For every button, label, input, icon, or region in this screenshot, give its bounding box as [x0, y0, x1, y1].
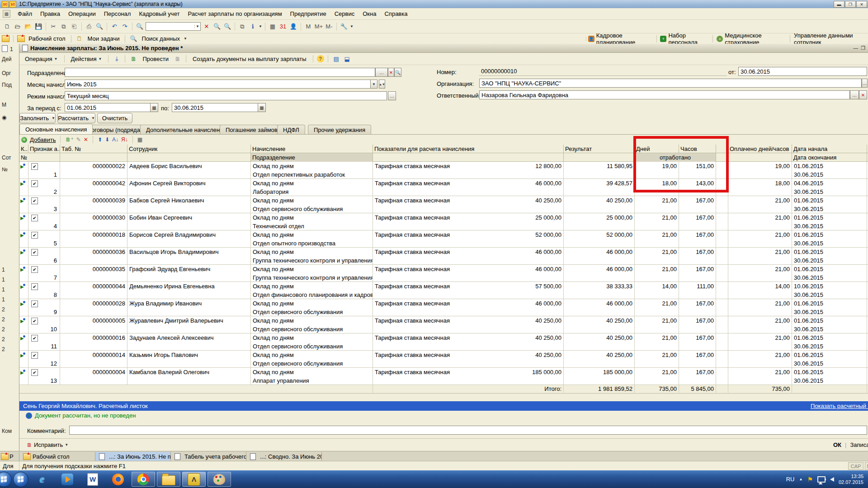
mode-field[interactable]: Текущий месяц [65, 91, 387, 100]
responsible-select-button[interactable]: … [850, 90, 859, 99]
row-checkbox[interactable]: ✔ [31, 266, 38, 273]
table-row[interactable]: ▶✔20000000042Афонин Сергей ВикторовичОкл… [19, 179, 868, 196]
header-date-end[interactable]: Дата окончания [792, 153, 867, 162]
comment-field[interactable] [69, 426, 867, 435]
taskbar-1c-icon[interactable]: Λ [182, 472, 206, 487]
undo-icon[interactable]: ↶ [110, 22, 119, 31]
my-tasks-item[interactable]: Мои задачи [86, 35, 122, 42]
move-up-icon[interactable]: ⬆ [98, 136, 102, 143]
tab-main-accruals[interactable]: Основные начисления [19, 124, 93, 134]
mode-select-button[interactable]: … [388, 91, 396, 100]
help-icon[interactable]: ? [317, 55, 324, 62]
open-file-icon[interactable]: 📂 [24, 22, 33, 31]
fix-button[interactable]: 🗎 Исправить▼ [24, 441, 71, 449]
fill-button[interactable]: Заполнить▼ [19, 113, 56, 123]
department-select-button[interactable]: … [375, 68, 388, 77]
search-input[interactable]: ▼ [146, 22, 201, 31]
window-tab-desktop[interactable]: Рабочий стол [19, 452, 95, 461]
menu-item[interactable]: Расчет зарплаты по организациям [184, 9, 285, 19]
action-center-flag-icon[interactable]: ⚑ [807, 476, 813, 483]
volume-icon[interactable] [830, 477, 834, 482]
row-checkbox[interactable]: ✔ [31, 163, 38, 170]
window-tab-timesheet[interactable]: Табель учета рабочего вре... [171, 452, 246, 461]
header-flag[interactable]: Признак а... [28, 145, 60, 153]
organization-field[interactable]: ЗАО "НПЦ "НАУКА-СЕРВИС" [479, 79, 862, 88]
redo-icon[interactable]: ↷ [120, 22, 129, 31]
close-button[interactable]: ✕ [856, 1, 867, 8]
doc-restore-icon[interactable]: ❐ [861, 45, 865, 51]
from-date-field[interactable]: 30.06.2015 [738, 67, 867, 76]
copy-icon[interactable]: ⧉ [59, 22, 68, 31]
menu-item[interactable]: Операции [65, 9, 99, 19]
calculate-button[interactable]: Рассчитать▼ [57, 113, 95, 123]
header-marker[interactable]: К.. [19, 145, 28, 153]
table-row[interactable]: ▶✔100000000005Журавлевич Дмитрий Валерье… [19, 316, 868, 333]
taskbar-chrome-icon[interactable] [132, 472, 155, 487]
row-checkbox[interactable]: ✔ [31, 249, 38, 256]
maximize-button[interactable]: ❐ [845, 1, 856, 8]
tab-additional-accruals[interactable]: Дополнительные начисления [140, 125, 232, 134]
sort-asc-icon[interactable]: А↓ [112, 136, 118, 143]
row-checkbox[interactable]: ✔ [31, 352, 38, 359]
tab-loan-repayment[interactable]: Погашение займов [220, 125, 283, 134]
operation-menu-button[interactable]: Операция▼ [22, 55, 61, 63]
menu-item[interactable]: Файл [14, 9, 36, 19]
save-icon[interactable]: 💾 [34, 22, 43, 31]
memory-plus-button[interactable]: М+ [314, 22, 323, 31]
table-row[interactable]: ▶✔40000000030Бобин Иван СергеевичОклад п… [19, 213, 868, 230]
print-icon[interactable]: ⎙ [85, 22, 94, 31]
tab-other-deductions[interactable]: Прочие удержания [308, 125, 371, 134]
table-row[interactable]: ▶✔60000000036Васильцов Игорь Владимирови… [19, 248, 868, 265]
period-to-calendar-icon[interactable]: ▦ [258, 103, 266, 112]
zoom-in-icon[interactable]: 🔍 [212, 22, 222, 31]
department-clear-button[interactable]: ✕ [388, 68, 394, 77]
taskbar-mediaplayer-icon[interactable] [56, 472, 79, 487]
new-document-icon[interactable]: 🗋 [3, 22, 12, 31]
table-row[interactable]: ▶✔70000000035Графский Эдуард ЕвгеньевичО… [19, 265, 868, 282]
header-department[interactable]: Подразделение [251, 153, 373, 162]
number-field[interactable]: 00000000010 [479, 67, 727, 76]
list-settings-icon[interactable]: ▤ [332, 54, 341, 63]
cut-icon[interactable]: ✂ [49, 22, 58, 31]
month-field[interactable]: Июнь 2015 [65, 80, 377, 89]
header-employee[interactable]: Сотрудник [127, 145, 251, 153]
sort-desc-icon[interactable]: Я↓ [121, 136, 128, 143]
table-row[interactable]: ▶✔30000000039Бабков Сергей НиколаевичОкл… [19, 196, 868, 213]
calculator-icon[interactable]: ▦ [268, 22, 277, 31]
menu-item[interactable]: Предприятие [287, 9, 330, 19]
header-paid[interactable]: Оплачено дней/часов [728, 145, 792, 153]
document-titlebar[interactable]: Начисление зарплаты: За Июнь 2015. Не пр… [19, 44, 868, 53]
zoom-out-icon[interactable]: 🔍 [223, 22, 232, 31]
department-field[interactable] [65, 68, 375, 77]
settings-wrench-icon[interactable]: 🔧 [340, 22, 349, 31]
memory-button[interactable]: М [304, 22, 313, 31]
header-indicators[interactable]: Показатели для расчета начисления [373, 145, 564, 153]
table-row[interactable]: ▶✔80000000044Демьяненко Ирина Евгеньевна… [19, 282, 868, 299]
copy-row-icon[interactable]: 🗎⁺ [65, 136, 73, 143]
minimize-button[interactable]: ▬ [834, 1, 844, 8]
table-row[interactable]: ▶✔130000000004Камбалов Валерий ОлеговичО… [19, 368, 868, 385]
tab-ndfl[interactable]: НДФЛ [277, 125, 305, 134]
menu-item[interactable]: Кадровый учет [135, 9, 183, 19]
header-date-start[interactable]: Дата начала [792, 145, 867, 153]
clear-button[interactable]: Очистить [97, 113, 132, 123]
copy-buffer-icon[interactable]: ⧉ [238, 22, 247, 31]
row-checkbox[interactable]: ✔ [31, 369, 38, 376]
window-tab-summary[interactable]: ...: Сводно. За Июнь 2015. ... [246, 452, 322, 461]
move-down-icon[interactable]: ⬇ [105, 136, 109, 143]
payslip-selected-row[interactable]: Сень Георгий Михайлович. Расчетный листо… [19, 401, 868, 411]
open-document-icon[interactable]: 🗁 [13, 22, 22, 31]
responsible-clear-button[interactable]: ✕ [859, 90, 867, 99]
language-indicator[interactable]: RU [786, 476, 795, 483]
actions-menu-button[interactable]: Действия▼ [68, 55, 105, 63]
row-checkbox[interactable]: ✔ [31, 215, 38, 221]
row-checkbox[interactable]: ✔ [31, 335, 38, 342]
create-payment-docs-button[interactable]: Создать документы на выплату зарплаты [190, 55, 309, 63]
menu-item[interactable]: Сервис [331, 9, 359, 19]
taskbar-paint-icon[interactable] [208, 472, 231, 487]
period-from-field[interactable]: 01.06.2015 [65, 103, 158, 112]
taskbar-clock[interactable]: 13:35 02.07.2015 [839, 474, 865, 485]
doc-minimize-icon[interactable]: — [853, 45, 858, 51]
menu-item[interactable]: Справка [381, 9, 411, 19]
period-to-field[interactable]: 30.06.2015 [172, 103, 266, 112]
